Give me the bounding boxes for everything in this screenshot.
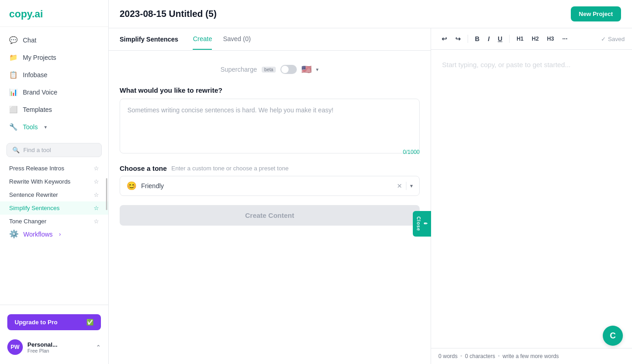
saved-status: ✓ Saved: [601, 36, 625, 42]
create-content-button[interactable]: Create Content: [120, 205, 420, 226]
sidebar-item-my-projects[interactable]: 📁 My Projects: [0, 49, 108, 66]
sidebar-item-templates[interactable]: ⬜ Templates: [0, 101, 108, 118]
check-circle-icon: ✅: [86, 319, 94, 326]
float-c-button[interactable]: C: [603, 326, 623, 346]
form-area: Supercharge beta 🇺🇸 ▾ What would you lik…: [109, 51, 431, 364]
star-icon[interactable]: ☆: [94, 165, 99, 172]
tone-dropdown-icon[interactable]: ▾: [410, 183, 413, 189]
sidebar-item-infobase[interactable]: 📋 Infobase: [0, 66, 108, 84]
beta-badge: beta: [262, 67, 276, 73]
logo-area: copy.ai: [0, 0, 108, 27]
avatar: PW: [7, 339, 23, 355]
tone-hint: Enter a custom tone or choose a preset t…: [171, 165, 289, 172]
star-icon[interactable]: ☆: [94, 191, 99, 198]
tone-clear-icon[interactable]: ✕: [397, 182, 402, 190]
h2-button[interactable]: H2: [528, 33, 542, 44]
list-item[interactable]: Rewrite With Keywords ☆: [0, 175, 108, 188]
brand-voice-icon: 📊: [9, 88, 17, 96]
tool-item-label: Rewrite With Keywords: [9, 178, 70, 185]
content-area: Simplify Sentences Create Saved (0) Supe…: [109, 28, 632, 364]
sidebar-item-workflows[interactable]: ⚙️ Workflows ›: [0, 225, 108, 243]
underline-button[interactable]: U: [495, 33, 506, 45]
main: 2023-08-15 Untitled (5) New Project Simp…: [109, 0, 632, 364]
star-icon[interactable]: ☆: [94, 178, 99, 185]
user-plan: Free Plan: [27, 348, 91, 353]
tone-emoji: 😊: [126, 181, 137, 191]
editor-area[interactable]: Start typing, copy, or paste to get star…: [431, 50, 632, 348]
supercharge-toggle[interactable]: [280, 65, 297, 74]
projects-icon: 📁: [9, 53, 17, 62]
expand-icon: ⌃: [96, 344, 101, 351]
flag-dropdown-icon[interactable]: ▾: [316, 67, 319, 73]
sidebar-item-chat[interactable]: 💬 Chat: [0, 32, 108, 49]
tone-label: Choose a tone: [120, 164, 167, 172]
search-box: 🔍: [6, 143, 102, 157]
tab-bar: Simplify Sentences Create Saved (0): [109, 28, 431, 51]
sidebar-item-label-projects: My Projects: [23, 54, 56, 61]
saved-text: Saved: [608, 36, 625, 42]
star-icon[interactable]: ☆: [94, 218, 99, 225]
footer-dot-2: •: [498, 353, 500, 359]
scrollbar: [106, 178, 107, 210]
workflows-label: Workflows: [23, 231, 53, 238]
upgrade-button[interactable]: Upgrade to Pro ✅: [7, 314, 101, 330]
tone-section: Choose a tone Enter a custom tone or cho…: [120, 164, 420, 196]
search-input[interactable]: [23, 147, 96, 153]
undo-button[interactable]: ↩: [438, 33, 450, 45]
sidebar-item-label-chat: Chat: [23, 37, 37, 44]
nav-section: 💬 Chat 📁 My Projects 📋 Infobase 📊 Brand …: [0, 27, 108, 140]
list-item[interactable]: Press Release Intros ☆: [0, 162, 108, 175]
tone-divider: [406, 182, 406, 190]
project-title: 2023-08-15 Untitled (5): [120, 9, 216, 19]
user-info: Personal... Free Plan: [27, 341, 91, 353]
sidebar-item-brand-voice[interactable]: 📊 Brand Voice: [0, 84, 108, 101]
list-item[interactable]: Tone Changer ☆: [0, 215, 108, 225]
flag-icon: 🇺🇸: [301, 64, 311, 74]
redo-button[interactable]: ↪: [452, 33, 464, 45]
h3-button[interactable]: H3: [544, 33, 557, 44]
list-item-active[interactable]: Simplify Sentences ☆: [0, 201, 108, 215]
user-name: Personal...: [27, 341, 91, 348]
tool-item-label: Press Release Intros: [9, 165, 64, 172]
tools-expand-icon: ▾: [44, 124, 47, 130]
supercharge-bar: Supercharge beta 🇺🇸 ▾: [120, 62, 420, 77]
h1-button[interactable]: H1: [513, 33, 527, 44]
sidebar-item-label-tools: Tools: [23, 123, 38, 131]
new-project-button[interactable]: New Project: [571, 6, 621, 21]
editor-toolbar: ↩ ↪ B I U H1 H2 H3 ··· ✓ Saved: [431, 28, 632, 50]
workflows-icon: ⚙️: [9, 229, 19, 239]
tab-saved[interactable]: Saved (0): [223, 29, 251, 50]
right-panel: ↩ ↪ B I U H1 H2 H3 ··· ✓ Saved Start typ…: [431, 28, 632, 364]
sidebar-item-label-templates: Templates: [23, 106, 52, 113]
sidebar-item-tools[interactable]: 🔧 Tools ▾: [0, 118, 108, 136]
list-item[interactable]: Sentence Rewriter ☆: [0, 188, 108, 201]
more-options-button[interactable]: ···: [559, 33, 571, 45]
supercharge-label: Supercharge: [221, 66, 257, 73]
workflows-arrow-icon: ›: [59, 231, 61, 237]
check-icon: ✓: [601, 36, 606, 42]
upgrade-label: Upgrade to Pro: [15, 319, 58, 326]
infobase-icon: 📋: [9, 71, 17, 79]
star-icon[interactable]: ☆: [94, 205, 99, 211]
sidebar-item-label-infobase: Infobase: [23, 71, 47, 79]
float-c-label: C: [610, 331, 616, 341]
editor-footer: 0 words • 0 characters • write a few mor…: [431, 348, 632, 364]
left-panel: Simplify Sentences Create Saved (0) Supe…: [109, 28, 431, 364]
bold-button[interactable]: B: [472, 33, 483, 45]
toolbar-separator-1: [468, 35, 468, 43]
italic-button[interactable]: I: [485, 33, 493, 45]
tone-select[interactable]: 😊 Friendly ✕ ▾: [120, 176, 420, 196]
tab-create[interactable]: Create: [193, 29, 212, 50]
tone-value: Friendly: [141, 182, 397, 190]
chat-icon: 💬: [9, 36, 17, 44]
logo: copy.ai: [9, 8, 43, 20]
close-panel-button[interactable]: ✏ Close: [413, 211, 431, 236]
user-profile[interactable]: PW Personal... Free Plan ⌃: [0, 335, 108, 359]
tool-item-label-active: Simplify Sentences: [9, 205, 60, 211]
footer-dot-1: •: [460, 353, 462, 359]
rewrite-input[interactable]: [120, 99, 420, 153]
search-container: 🔍: [0, 140, 108, 160]
sidebar-item-label-brand-voice: Brand Voice: [23, 89, 58, 96]
top-header: 2023-08-15 Untitled (5) New Project: [109, 0, 632, 28]
templates-icon: ⬜: [9, 106, 17, 114]
